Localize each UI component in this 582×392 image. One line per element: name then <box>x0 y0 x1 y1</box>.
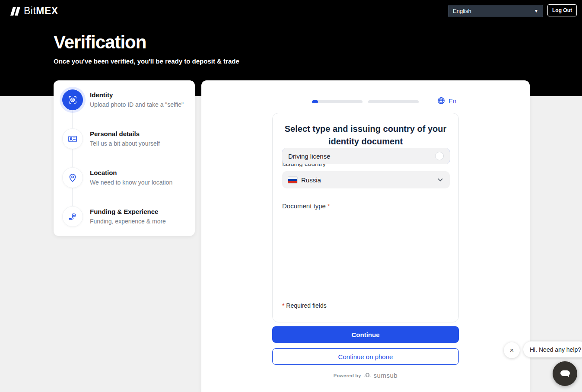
radio-button[interactable] <box>435 152 444 160</box>
step-personal-details[interactable]: Personal details Tell us a bit about you… <box>62 128 160 149</box>
step-location[interactable]: Location We need to know your location <box>62 167 172 188</box>
map-pin-icon <box>62 167 83 188</box>
step-title: Funding & Experience <box>90 208 166 215</box>
step-description: Funding, experience & more <box>90 218 166 225</box>
caret-down-icon: ▼ <box>534 9 538 13</box>
step-description: Upload photo ID and take a "selfie" <box>90 101 184 108</box>
id-card-icon <box>62 128 83 149</box>
sumsub-brand-text: sumsub <box>374 372 398 379</box>
chat-launcher-button[interactable] <box>553 361 577 386</box>
step-funding-experience[interactable]: Funding & Experience Funding, experience… <box>62 206 166 227</box>
coins-hand-icon <box>62 206 83 227</box>
page-title: Verification <box>54 32 146 53</box>
bitmex-slash-icon <box>10 6 21 16</box>
card-heading: Select type and issuing country of your … <box>281 123 450 148</box>
widget-language-selector[interactable]: En <box>437 97 456 105</box>
continue-on-phone-button[interactable]: Continue on phone <box>272 348 459 365</box>
required-fields-note: * Required fields <box>282 302 327 309</box>
continue-button[interactable]: Continue <box>272 326 459 343</box>
powered-by-label: Powered by <box>334 373 361 378</box>
bitmex-logo[interactable]: BitMEX <box>10 5 58 17</box>
progress-bar-step1 <box>312 100 363 103</box>
face-scan-icon <box>62 89 83 110</box>
page-subtitle: Once you've been verified, you'll be rea… <box>54 57 239 65</box>
required-asterisk: * <box>328 202 330 210</box>
issuing-country-value: Russia <box>301 176 437 184</box>
verification-steps-panel: Identity Upload photo ID and take a "sel… <box>54 80 195 236</box>
step-title: Identity <box>90 91 184 99</box>
issuing-country-select[interactable]: Russia <box>282 171 450 188</box>
chevron-down-icon <box>437 176 444 183</box>
logout-button[interactable]: Log Out <box>547 4 577 16</box>
widget-language-value: En <box>448 97 456 105</box>
step-description: Tell us a bit about yourself <box>90 140 160 147</box>
doc-option-driving-license[interactable]: Driving license <box>282 148 450 164</box>
step-description: We need to know your location <box>90 179 172 186</box>
progress-bar-step2 <box>368 100 419 103</box>
site-language-select[interactable]: English ▼ <box>448 5 543 17</box>
step-identity[interactable]: Identity Upload photo ID and take a "sel… <box>62 89 184 110</box>
chat-bubble-icon <box>559 368 571 379</box>
site-language-value: English <box>453 8 471 14</box>
required-asterisk: * <box>282 302 284 309</box>
sumsub-widget-panel: En Select type and issuing country of yo… <box>201 80 530 392</box>
document-select-card: Select type and issuing country of your … <box>272 113 459 322</box>
steps-connector-line <box>72 100 73 217</box>
step-title: Personal details <box>90 130 160 137</box>
sumsub-logo-icon <box>364 372 371 379</box>
chat-close-button[interactable]: × <box>504 342 520 358</box>
powered-by-sumsub[interactable]: Powered by sumsub <box>272 372 459 379</box>
russia-flag-icon <box>288 177 297 183</box>
close-icon: × <box>510 346 514 355</box>
step-title: Location <box>90 169 172 176</box>
progress-fill <box>312 100 318 103</box>
chat-greeting-bubble[interactable]: Hi. Need any help? <box>523 341 582 357</box>
document-type-label: Document type * <box>282 202 330 210</box>
globe-icon <box>437 97 445 105</box>
bitmex-logo-text: BitMEX <box>24 5 58 17</box>
